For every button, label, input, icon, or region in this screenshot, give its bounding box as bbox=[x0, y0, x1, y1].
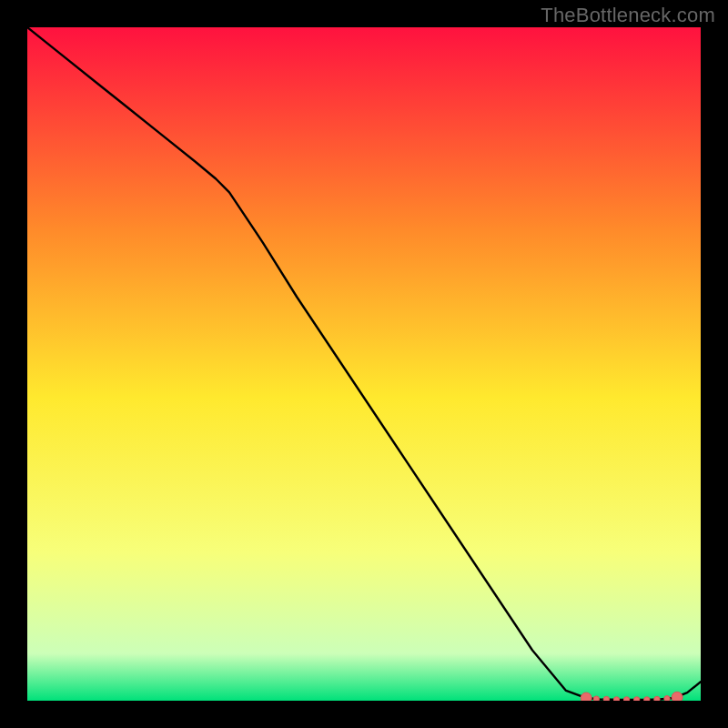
marker-point bbox=[623, 697, 629, 701]
marker-point bbox=[672, 692, 682, 701]
watermark-text: TheBottleneck.com bbox=[541, 4, 715, 27]
plot-svg bbox=[27, 27, 701, 701]
marker-point bbox=[593, 696, 599, 701]
marker-point bbox=[644, 697, 650, 701]
marker-point bbox=[654, 696, 660, 701]
gradient-background bbox=[27, 27, 701, 701]
marker-point bbox=[613, 697, 619, 701]
marker-point bbox=[664, 696, 670, 701]
marker-point bbox=[634, 697, 640, 701]
marker-point bbox=[603, 696, 609, 701]
marker-point bbox=[581, 693, 592, 701]
chart-frame: TheBottleneck.com bbox=[0, 0, 728, 728]
plot-area bbox=[27, 27, 701, 701]
